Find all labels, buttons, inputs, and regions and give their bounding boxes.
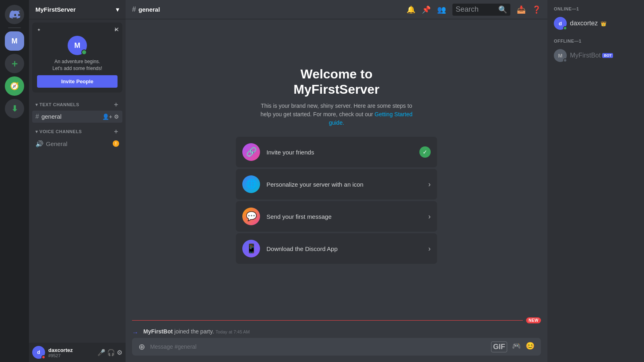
input-actions: GIF 🎮 😊	[491, 341, 535, 352]
close-popup-button[interactable]: ✕	[114, 26, 119, 33]
header-hash-icon: #	[132, 5, 136, 14]
channel-item-voice-general[interactable]: 🔊 General !	[32, 138, 122, 150]
add-server-icon[interactable]: ＋	[5, 54, 24, 73]
settings-icon[interactable]: ⚙	[114, 113, 119, 120]
voice-icon: 🔊	[35, 140, 43, 148]
pin-icon[interactable]: 📌	[422, 5, 431, 14]
join-arrow-icon: →	[132, 329, 138, 336]
message-time: Today at 7:45 AM	[216, 329, 250, 334]
voice-warning-icon: !	[113, 140, 119, 147]
welcome-content: Welcome to MyFirstServer This is your br…	[126, 19, 547, 311]
step-message[interactable]: 💬 Send your first message ›	[236, 201, 437, 232]
notification-bell-icon[interactable]: 🔔	[407, 5, 415, 14]
system-message-text: MyFirstBot joined the party. Today at 7:…	[143, 328, 250, 335]
sparkle-left: ✦	[37, 27, 41, 33]
offline-section: OFFLINE—1 M MyFirstBot BOT	[551, 39, 641, 64]
steps-container: 🔗 Invite your friends ✓ 🌐 Personalize yo…	[236, 137, 437, 264]
server-header[interactable]: MyFirstServer ▾	[29, 0, 126, 19]
download-apps-icon[interactable]: ⬇	[5, 99, 24, 118]
member-avatar-daxcortez: d	[554, 17, 567, 30]
search-icon: 🔍	[498, 5, 507, 14]
server-list: M ＋ 🧭 ⬇	[0, 0, 29, 362]
voice-channel-name: General	[46, 140, 67, 147]
member-name-myfirstbot: MyFirstBot BOT	[570, 52, 613, 59]
member-offline-dot	[563, 58, 567, 62]
hash-icon: #	[35, 113, 39, 120]
search-bar[interactable]: Search 🔍	[452, 4, 510, 16]
myfirst-server-icon[interactable]: M	[5, 31, 24, 51]
gif-button[interactable]: GIF	[491, 341, 507, 352]
step-invite[interactable]: 🔗 Invite your friends ✓	[236, 137, 437, 167]
step-invite-check: ✓	[419, 146, 431, 158]
mute-icon[interactable]: 🎤	[97, 349, 105, 356]
messages-area: NEW → MyFirstBot joined the party. Today…	[126, 311, 547, 338]
member-avatar-myfirstbot: M	[554, 49, 567, 62]
invite-member-icon[interactable]: 👤+	[102, 113, 112, 120]
step-download-icon: 📱	[242, 240, 260, 257]
channel-item-general[interactable]: # general 👤+ ⚙	[32, 111, 122, 123]
step-message-label: Send your first message	[266, 213, 422, 220]
deafen-icon[interactable]: 🎧	[107, 349, 115, 356]
user-initial: d	[37, 350, 40, 355]
header-channel-name: general	[138, 6, 160, 13]
member-name-daxcortez: daxcortez 👑	[570, 20, 607, 27]
server-name: MyFirstServer	[35, 6, 76, 13]
message-content: joined the party.	[174, 328, 214, 335]
message-text-input[interactable]	[150, 343, 486, 350]
popup-text: An adventure begins. Let's add some frie…	[52, 58, 102, 72]
user-info: daxcortez #9527	[48, 347, 94, 358]
user-avatar: d	[32, 346, 45, 359]
general-channel-name: general	[41, 113, 62, 120]
invite-people-button[interactable]: Invite People	[37, 75, 118, 88]
discord-home-icon[interactable]	[5, 5, 24, 24]
step-download-label: Download the Discord App	[266, 245, 422, 252]
main-content: # general 🔔 📌 👥 Search 🔍 📥 ❓ Welcome to …	[126, 0, 547, 362]
chevron-down-icon: ▾	[116, 6, 119, 13]
add-attachment-icon[interactable]: ⊕	[138, 342, 145, 352]
add-voice-channel-icon[interactable]: ＋	[113, 128, 120, 136]
status-online-dot	[81, 49, 87, 55]
text-channels-section: ▾ TEXT CHANNELS ＋ # general 👤+ ⚙	[29, 99, 126, 123]
user-controls: 🎤 🎧 ⚙	[97, 349, 122, 356]
step-personalize-icon: 🌐	[242, 175, 260, 193]
step-download[interactable]: 📱 Download the Discord App ›	[236, 233, 437, 264]
user-tag: #9527	[48, 353, 94, 358]
notification-popup: ✕ ✦ ✦ M An adventure begins. Let's add s…	[32, 23, 122, 93]
members-sidebar: ONLINE—1 d daxcortez 👑 OFFLINE—1 M MyFir…	[547, 0, 644, 362]
channel-sidebar: MyFirstServer ▾ ✕ ✦ ✦ M An adventure beg…	[29, 0, 126, 362]
explore-servers-icon[interactable]: 🧭	[5, 76, 24, 96]
member-item-daxcortez[interactable]: d daxcortez 👑	[551, 14, 641, 32]
voice-channels-section: ▾ VOICE CHANNELS ＋ 🔊 General !	[29, 126, 126, 150]
new-message-divider: NEW	[132, 317, 541, 323]
text-channels-header[interactable]: ▾ TEXT CHANNELS ＋	[32, 99, 122, 111]
help-icon[interactable]: ❓	[532, 5, 541, 14]
step-personalize[interactable]: 🌐 Personalize your server with an icon ›	[236, 169, 437, 200]
welcome-description: This is your brand new, shiny server. He…	[256, 102, 417, 127]
search-label: Search	[456, 5, 479, 14]
user-panel: d daxcortez #9527 🎤 🎧 ⚙	[29, 343, 126, 362]
user-settings-icon[interactable]: ⚙	[117, 349, 122, 356]
welcome-title: Welcome to MyFirstServer	[293, 66, 379, 97]
server-divider	[8, 27, 21, 28]
emoji-sticker-icon[interactable]: 🎮	[512, 341, 521, 352]
table-row: → MyFirstBot joined the party. Today at …	[132, 327, 541, 338]
popup-avatar-container: M	[68, 36, 87, 55]
channel-header-name: # general	[132, 5, 160, 14]
new-divider-line	[132, 320, 523, 321]
bot-badge: BOT	[602, 53, 613, 58]
emoji-icon[interactable]: 😊	[526, 341, 535, 352]
member-item-myfirstbot[interactable]: M MyFirstBot BOT	[551, 47, 641, 64]
crown-icon: 👑	[601, 21, 607, 27]
voice-channels-header[interactable]: ▾ VOICE CHANNELS ＋	[32, 126, 122, 138]
chat-area: Welcome to MyFirstServer This is your br…	[126, 19, 547, 362]
inbox-icon[interactable]: 📥	[517, 5, 526, 14]
header-actions: 🔔 📌 👥 Search 🔍 📥 ❓	[407, 4, 541, 16]
online-section-title: ONLINE—1	[551, 6, 641, 11]
add-text-channel-icon[interactable]: ＋	[113, 101, 120, 109]
step-message-icon: 💬	[242, 208, 260, 225]
step-message-chevron: ›	[428, 212, 431, 221]
step-invite-icon: 🔗	[242, 143, 260, 161]
members-icon[interactable]: 👥	[437, 5, 446, 14]
new-badge: NEW	[526, 317, 541, 323]
message-username: MyFirstBot	[143, 328, 173, 335]
